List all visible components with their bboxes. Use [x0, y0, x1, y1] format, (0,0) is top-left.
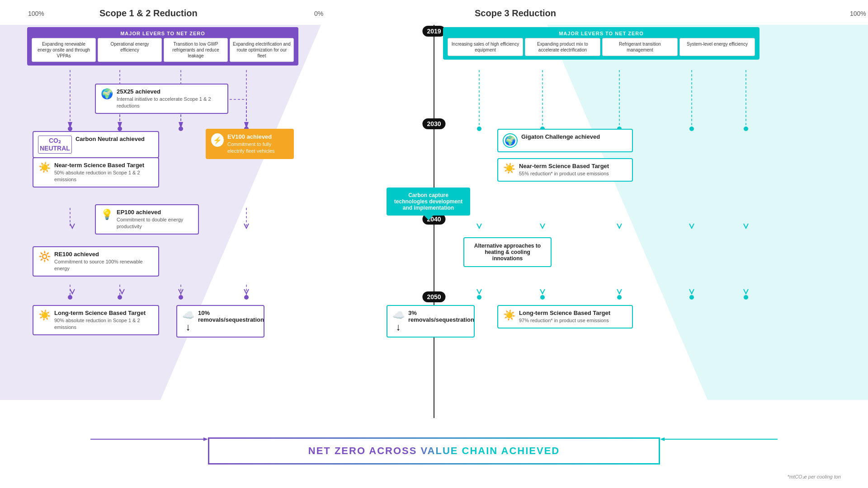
globe-icon-gigaton: 🌍 — [503, 133, 518, 148]
milestone-25x25-desc: Internal initiative to accelerate Scope … — [117, 96, 223, 109]
milestone-alt-heating: Alternative approaches to heating & cool… — [463, 237, 552, 267]
carbon-capture-title: Carbon capture technologies development … — [392, 192, 465, 211]
removals-left-title: 10% removals/sequestration — [198, 310, 264, 323]
right-lever-2: Expanding product mix to accelerate elec… — [525, 38, 600, 56]
milestone-carbon-neutral: CO₂NEUTRAL Carbon Neutral achieved — [33, 131, 159, 158]
milestone-near-term-sbt-left: ☀️ Near-term Science Based Target 50% ab… — [33, 157, 159, 188]
ep100-desc: Commitment to double energy productivity — [117, 216, 193, 230]
right-lever-4: System-level energy efficiency — [679, 38, 755, 56]
right-levers-title: MAJOR LEVERS TO NET ZERO — [448, 31, 755, 36]
right-lever-1: Increasing sales of high efficiency equi… — [448, 38, 523, 56]
sun-arrow-icon-right: ☀️ — [503, 163, 515, 174]
milestone-carbon-capture: Carbon capture technologies development … — [387, 188, 470, 216]
removals-right-title: 3% removals/sequestration — [408, 310, 474, 323]
near-term-sbt-right-desc: 55% reduction* in product use emissions — [519, 170, 609, 177]
re100-desc: Commitment to source 100% renewable ener… — [54, 258, 154, 272]
ev100-content: EV100 achieved Commitment to fully elect… — [227, 133, 288, 155]
removals-right-content: 3% removals/sequestration — [408, 310, 474, 324]
cloud-down-icon-left: ☁️↓ — [182, 310, 194, 333]
sun-arrow-icon-left: ☀️ — [38, 162, 51, 174]
near-term-sbt-right-content: Near-term Science Based Target 55% reduc… — [519, 163, 609, 177]
ep100-content: EP100 achieved Commitment to double ener… — [117, 209, 193, 230]
near-term-sbt-left-title: Near-term Science Based Target — [54, 162, 154, 169]
left-levers-items: Expanding renewable energy onsite and th… — [32, 38, 294, 62]
milestone-25x25: 🌍 25X25 achieved Internal initiative to … — [95, 84, 228, 114]
milestone-removals-left: ☁️↓ 10% removals/sequestration — [176, 305, 264, 338]
long-term-sbt-left-content: Long-term Science Based Target 90% absol… — [54, 310, 154, 331]
carbon-neutral-title: Carbon Neutral achieved — [75, 136, 145, 142]
long-term-sbt-right-content: Long-term Science Based Target 97% reduc… — [519, 310, 610, 324]
right-section-title: Scope 3 Reduction — [475, 8, 556, 19]
left-levers-title: MAJOR LEVERS TO NET ZERO — [32, 31, 294, 36]
co2-icon: CO₂NEUTRAL — [38, 136, 72, 154]
milestone-removals-right: ☁️↓ 3% removals/sequestration — [387, 305, 475, 338]
sun-arrow-icon-left-long: ☀️ — [38, 310, 51, 321]
diagram-container: Scope 1 & 2 Reduction Scope 3 Reduction … — [0, 0, 868, 488]
lightning-icon: ⚡ — [211, 133, 224, 147]
solar-panel-icon: 🔆 — [38, 251, 51, 263]
svg-marker-46 — [203, 437, 208, 441]
milestone-gigaton: 🌍 Gigaton Challenge achieved — [497, 129, 633, 152]
right-levers-items: Increasing sales of high efficiency equi… — [448, 38, 755, 56]
right-lever-3: Refrigerant transition management — [602, 38, 678, 56]
svg-marker-48 — [660, 437, 665, 441]
near-term-sbt-right-title: Near-term Science Based Target — [519, 163, 609, 169]
sun-arrow-icon-right-long: ☀️ — [503, 310, 515, 321]
left-levers-box: MAJOR LEVERS TO NET ZERO Expanding renew… — [27, 27, 298, 66]
bulb-icon: 💡 — [100, 209, 113, 221]
pct-label-left: 100% — [28, 10, 44, 17]
svg-point-35 — [477, 127, 481, 131]
left-lever-1: Expanding renewable energy onsite and th… — [32, 38, 96, 62]
year-2030: 2030 — [422, 118, 445, 129]
milestone-ep100: 💡 EP100 achieved Commitment to double en… — [95, 204, 199, 235]
bg-right-triangle — [547, 25, 868, 400]
re100-title: RE100 achieved — [54, 251, 154, 258]
svg-point-40 — [477, 295, 481, 300]
left-lever-3: Transition to low GWP refrigerants and r… — [164, 38, 228, 62]
re100-content: RE100 achieved Commitment to source 100%… — [54, 251, 154, 272]
long-term-sbt-right-desc: 97% reduction* in product use emissions — [519, 317, 610, 324]
milestone-re100: 🔆 RE100 achieved Commitment to source 10… — [33, 246, 159, 277]
milestone-long-term-sbt-right: ☀️ Long-term Science Based Target 97% re… — [497, 305, 633, 328]
ev100-desc: Commitment to fully electrify fleet vehi… — [227, 141, 288, 155]
year-2050: 2050 — [422, 291, 445, 302]
gigaton-title: Gigaton Challenge achieved — [521, 133, 600, 140]
svg-point-29 — [244, 295, 249, 300]
pct-label-right: 100% — [850, 10, 866, 17]
near-term-sbt-left-content: Near-term Science Based Target 50% absol… — [54, 162, 154, 183]
footnote: *mtCO₂e per cooling ton — [788, 474, 841, 480]
long-term-sbt-right-title: Long-term Science Based Target — [519, 310, 610, 316]
net-zero-text: NET ZERO ACROSS VALUE CHAIN ACHIEVED — [308, 445, 560, 456]
net-zero-banner: NET ZERO ACROSS VALUE CHAIN ACHIEVED — [208, 437, 660, 465]
carbon-neutral-content: Carbon Neutral achieved — [75, 136, 145, 143]
alt-heating-title: Alternative approaches to heating & cool… — [469, 243, 546, 262]
milestone-25x25-title: 25X25 achieved — [117, 88, 223, 95]
globe-icon-25x25: 🌍 — [100, 88, 113, 100]
cloud-down-icon-right: ☁️↓ — [392, 310, 405, 333]
year-2019: 2019 — [422, 26, 445, 37]
pct-label-center: 0% — [314, 10, 323, 17]
milestone-ev100: ⚡ EV100 achieved Commitment to fully ele… — [206, 129, 294, 159]
svg-point-41 — [540, 295, 545, 300]
long-term-sbt-left-desc: 90% absolute reduction in Scope 1 & 2 em… — [54, 317, 154, 331]
milestone-long-term-sbt-left: ☀️ Long-term Science Based Target 90% ab… — [33, 305, 159, 335]
near-term-sbt-left-desc: 50% absolute reduction in Scope 1 & 2 em… — [54, 169, 154, 183]
ep100-title: EP100 achieved — [117, 209, 193, 216]
ev100-title: EV100 achieved — [227, 133, 288, 140]
gigaton-content: Gigaton Challenge achieved — [521, 133, 600, 141]
right-levers-box: MAJOR LEVERS TO NET ZERO Increasing sale… — [443, 27, 760, 60]
milestone-near-term-sbt-right: ☀️ Near-term Science Based Target 55% re… — [497, 158, 633, 182]
removals-left-content: 10% removals/sequestration — [198, 310, 264, 324]
left-lever-4: Expanding electrification and route opti… — [230, 38, 294, 62]
left-section-title: Scope 1 & 2 Reduction — [99, 8, 198, 19]
milestone-25x25-content: 25X25 achieved Internal initiative to ac… — [117, 88, 223, 109]
left-lever-2: Operational energy efficiency — [98, 38, 162, 62]
long-term-sbt-left-title: Long-term Science Based Target — [54, 310, 154, 316]
svg-point-42 — [617, 295, 622, 300]
